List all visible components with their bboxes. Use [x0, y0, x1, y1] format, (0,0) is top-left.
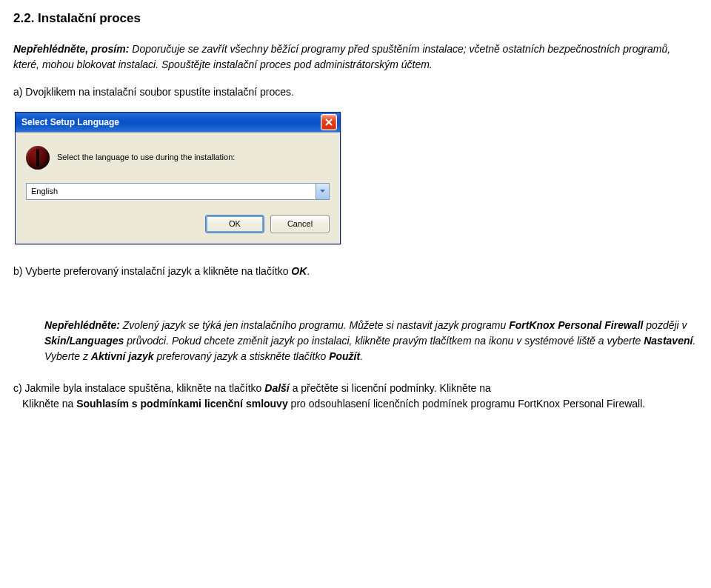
step-c-t2: a přečtěte si licenční podmínky. Kliknět… — [290, 382, 491, 394]
note-s5: preferovaný jazyk a stiskněte tlačítko — [154, 350, 330, 362]
step-c-souhlasim: Souhlasím s podmínkami licenční smlouvy — [76, 398, 288, 410]
step-c: c) Jakmile byla instalace spuštěna, klik… — [13, 381, 698, 412]
step-c-dalsi: Další — [264, 382, 289, 394]
dialog-prompt: Select the language to use during the in… — [57, 151, 235, 164]
intro-paragraph: Nepřehlédněte, prosím: Doporučuje se zav… — [13, 41, 698, 73]
note-s1: Zvolený jazyk se týká jen instalačního p… — [120, 319, 509, 331]
step-b-text-1: b) Vyberte preferovaný instalační jazyk … — [13, 265, 291, 277]
chevron-down-icon[interactable] — [316, 184, 329, 199]
dialog-button-row: OK Cancel — [26, 215, 330, 233]
note-paragraph: Nepřehlédněte: Zvolený jazyk se týká jen… — [44, 318, 698, 364]
step-c-t1: c) Jakmile byla instalace spuštěna, klik… — [13, 382, 264, 394]
app-icon — [26, 146, 50, 170]
language-dropdown[interactable]: English — [26, 183, 330, 200]
step-c-indent: Klikněte na — [13, 398, 76, 410]
setup-language-dialog: Select Setup Language Select the languag… — [15, 112, 341, 244]
note-lead: Nepřehlédněte: — [44, 319, 120, 331]
step-a: a) Dvojklikem na instalační soubor spust… — [13, 84, 698, 100]
note-pouzit: Použít — [329, 350, 360, 362]
note-s6: . — [360, 350, 363, 362]
note-skin: Skin/Languages — [44, 335, 124, 347]
step-b-text-2: . — [307, 265, 310, 277]
dialog-body: Select the language to use during the in… — [16, 132, 340, 244]
cancel-button[interactable]: Cancel — [270, 215, 330, 233]
note-s2: později v — [643, 319, 687, 331]
svg-marker-2 — [320, 190, 325, 193]
intro-lead: Nepřehlédněte, prosím: — [13, 43, 129, 55]
language-dropdown-value: English — [27, 184, 316, 199]
dialog-title: Select Setup Language — [21, 116, 321, 129]
note-product: FortKnox Personal Firewall — [509, 319, 643, 331]
step-c-t3: pro odsouhlasení licenčních podmínek pro… — [288, 398, 645, 410]
close-icon[interactable] — [321, 114, 337, 130]
note-aktivni: Aktivní jazyk — [91, 350, 154, 362]
step-b-ok: OK — [291, 265, 307, 277]
note-nastaveni: Nastavení — [644, 335, 692, 347]
ok-button[interactable]: OK — [205, 215, 264, 233]
step-b: b) Vyberte preferovaný instalační jazyk … — [13, 264, 698, 279]
note-s3: průvodci. Pokud chcete změnit jazyk po i… — [124, 335, 644, 347]
section-heading: 2.2. Instalační proces — [13, 9, 698, 28]
dialog-titlebar: Select Setup Language — [16, 113, 340, 132]
